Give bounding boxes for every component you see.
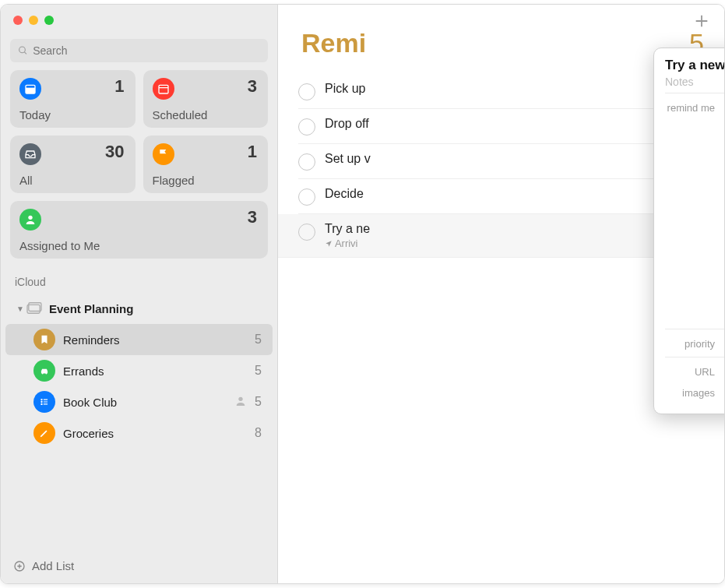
complete-checkbox[interactable] bbox=[298, 118, 315, 136]
sidebar: 1 Today 3 Scheduled 30 All bbox=[1, 5, 278, 583]
smart-assigned-count: 3 bbox=[248, 207, 257, 227]
list-count: 5 bbox=[255, 364, 262, 378]
close-icon[interactable] bbox=[13, 16, 23, 25]
smart-flagged-count: 1 bbox=[248, 142, 257, 162]
priority-label: priority bbox=[665, 336, 724, 350]
smart-today-count: 1 bbox=[114, 76, 124, 97]
flag-icon bbox=[153, 143, 174, 165]
smart-scheduled-count: 3 bbox=[248, 76, 257, 97]
smart-today[interactable]: 1 Today bbox=[10, 70, 135, 128]
images-label: images bbox=[665, 386, 724, 399]
window-controls bbox=[1, 5, 277, 28]
task-title: Decide bbox=[325, 187, 364, 201]
icloud-section-header[interactable]: iCloud bbox=[1, 259, 277, 293]
complete-checkbox[interactable] bbox=[298, 188, 315, 206]
list-reminders[interactable]: Reminders 5 bbox=[5, 324, 273, 355]
shared-icon bbox=[234, 395, 247, 410]
location-arrow-icon bbox=[325, 240, 333, 248]
car-icon bbox=[33, 360, 55, 382]
url-label: URL bbox=[665, 364, 724, 378]
list-label: Book Club bbox=[63, 396, 234, 409]
svg-point-7 bbox=[28, 216, 32, 220]
smart-flagged-label: Flagged bbox=[153, 174, 195, 187]
list-label: Groceries bbox=[63, 427, 255, 440]
list-errands[interactable]: Errands 5 bbox=[5, 355, 273, 386]
smart-assigned-label: Assigned to Me bbox=[19, 239, 100, 252]
calendar-icon bbox=[153, 78, 174, 100]
svg-point-16 bbox=[41, 403, 42, 404]
task-subtitle: Arrivi bbox=[325, 238, 370, 249]
complete-checkbox[interactable] bbox=[298, 83, 315, 100]
svg-line-1 bbox=[24, 52, 26, 55]
list-count: 5 bbox=[255, 333, 262, 347]
reminders-window: 1 Today 3 Scheduled 30 All bbox=[0, 4, 725, 584]
plus-icon bbox=[693, 12, 710, 30]
svg-rect-5 bbox=[159, 85, 168, 93]
task-title: Pick up bbox=[325, 82, 365, 96]
list-title: Remi bbox=[301, 28, 366, 58]
pencil-icon bbox=[33, 422, 55, 444]
list-group-event-planning[interactable]: ▼ Event Planning bbox=[5, 293, 273, 324]
svg-point-14 bbox=[41, 401, 42, 402]
svg-point-12 bbox=[41, 400, 42, 400]
disclosure-triangle-icon[interactable]: ▼ bbox=[16, 305, 23, 313]
remind-me-label: remind me bbox=[665, 100, 724, 114]
list-label: Reminders bbox=[63, 333, 255, 347]
task-title: Try a ne bbox=[325, 222, 370, 236]
add-reminder-button[interactable] bbox=[693, 12, 710, 33]
smart-flagged[interactable]: 1 Flagged bbox=[143, 136, 269, 193]
task-title: Drop off bbox=[325, 117, 369, 131]
smart-all-label: All bbox=[19, 174, 33, 187]
main-content: Remi 5 Pick up Drop off Set up v Decide bbox=[278, 5, 724, 583]
notes-field[interactable]: Notes bbox=[665, 76, 725, 88]
plus-circle-icon bbox=[13, 560, 26, 572]
reminder-details-popover: Try a new coffee Notes remind me On a Da… bbox=[653, 48, 725, 414]
smart-today-label: Today bbox=[19, 108, 51, 121]
bookmark-icon bbox=[33, 329, 55, 350]
search-icon bbox=[18, 45, 28, 56]
svg-point-10 bbox=[42, 373, 44, 375]
list-bullet-icon bbox=[33, 391, 55, 413]
list-group-label: Event Planning bbox=[49, 302, 262, 315]
list-book-club[interactable]: Book Club 5 bbox=[5, 386, 273, 417]
smart-all[interactable]: 30 All bbox=[10, 136, 135, 193]
svg-point-0 bbox=[19, 47, 26, 53]
complete-checkbox[interactable] bbox=[298, 153, 315, 171]
svg-point-18 bbox=[238, 396, 242, 400]
smart-lists: 1 Today 3 Scheduled 30 All bbox=[1, 70, 277, 193]
folder-stack-icon bbox=[26, 301, 43, 317]
search-field[interactable] bbox=[10, 39, 268, 62]
search-input[interactable] bbox=[33, 44, 260, 57]
list-count: 5 bbox=[255, 395, 262, 409]
calendar-today-icon bbox=[19, 78, 41, 100]
smart-scheduled[interactable]: 3 Scheduled bbox=[143, 70, 269, 128]
add-list-label: Add List bbox=[32, 559, 74, 572]
add-list-button[interactable]: Add List bbox=[1, 548, 277, 583]
list-groceries[interactable]: Groceries 8 bbox=[5, 417, 273, 449]
smart-scheduled-label: Scheduled bbox=[153, 108, 208, 121]
svg-point-11 bbox=[45, 373, 47, 375]
minimize-icon[interactable] bbox=[29, 16, 38, 25]
tray-icon bbox=[19, 143, 41, 165]
person-icon bbox=[19, 209, 41, 231]
task-title: Set up v bbox=[325, 152, 371, 166]
list-count: 8 bbox=[255, 426, 262, 440]
list-label: Errands bbox=[63, 364, 255, 378]
zoom-icon[interactable] bbox=[44, 16, 54, 25]
smart-all-count: 30 bbox=[105, 142, 124, 162]
complete-checkbox[interactable] bbox=[298, 224, 315, 241]
smart-assigned[interactable]: 3 Assigned to Me bbox=[10, 201, 268, 259]
popover-title[interactable]: Try a new coffee bbox=[665, 58, 725, 73]
